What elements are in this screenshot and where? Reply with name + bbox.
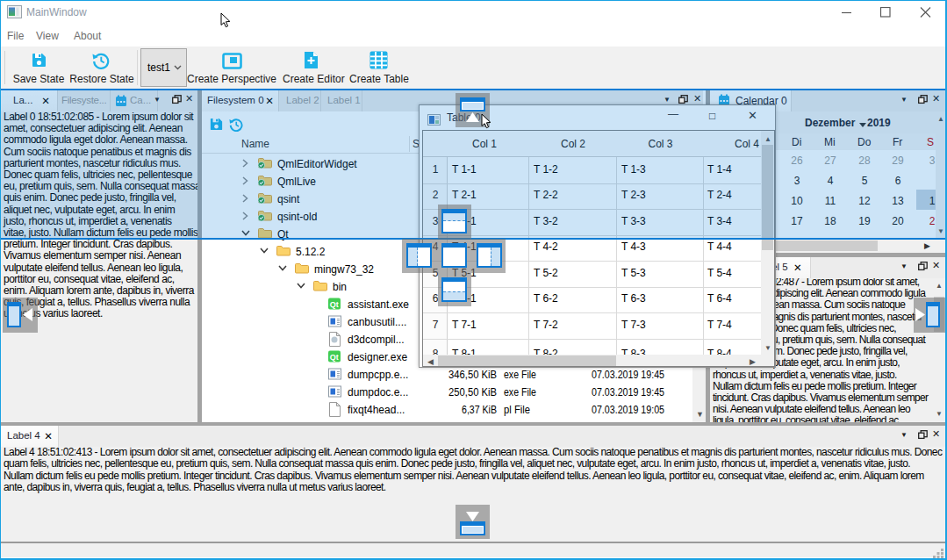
svg-text:d3dcompil...: d3dcompil... bbox=[348, 334, 405, 346]
svg-text:fixqt4head...: fixqt4head... bbox=[348, 404, 405, 416]
svg-text:exe File: exe File bbox=[504, 386, 536, 398]
svg-text:pl File: pl File bbox=[504, 404, 530, 416]
svg-text:bin: bin bbox=[333, 281, 347, 293]
svg-text:346,50 KiB: 346,50 KiB bbox=[448, 369, 497, 381]
svg-text:canbusutil....: canbusutil.... bbox=[348, 316, 406, 328]
svg-text:07.03.2019 19:45: 07.03.2019 19:45 bbox=[592, 369, 664, 381]
svg-text:assistant.exe: assistant.exe bbox=[348, 298, 409, 311]
svg-text:6,37 KiB: 6,37 KiB bbox=[462, 404, 497, 416]
svg-text:exe File: exe File bbox=[504, 369, 536, 381]
svg-text:designer.exe: designer.exe bbox=[348, 351, 407, 363]
svg-text:07.03.2019 19:05: 07.03.2019 19:05 bbox=[592, 404, 664, 416]
svg-text:mingw73_32: mingw73_32 bbox=[314, 263, 374, 276]
svg-text:250,50 KiB: 250,50 KiB bbox=[448, 386, 497, 398]
svg-text:dumpdoc.e...: dumpdoc.e... bbox=[348, 386, 408, 398]
svg-text:dumpcpp.e...: dumpcpp.e... bbox=[348, 369, 408, 381]
svg-text:07.03.2019 19:45: 07.03.2019 19:45 bbox=[592, 386, 664, 398]
svg-text:5.12.2: 5.12.2 bbox=[296, 246, 326, 258]
